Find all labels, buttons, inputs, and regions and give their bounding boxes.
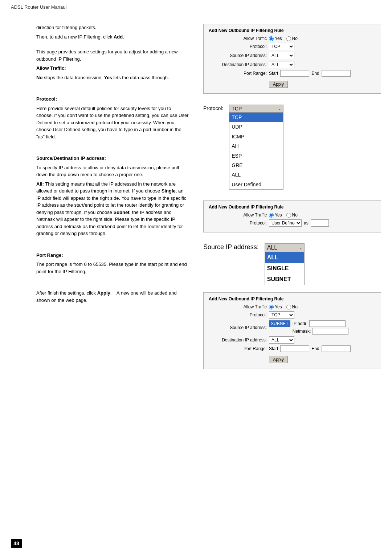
form2-protocol-select[interactable]: User Defined TCP UDP (269, 219, 302, 227)
allow-traffic-body: No stops the data transmission, Yes lets… (36, 74, 189, 81)
form1-dest-ip-label: Destination IP address: (209, 62, 267, 67)
form3-protocol-select[interactable]: TCP UDP ICMP (269, 311, 294, 319)
form1-end-input[interactable] (322, 70, 351, 77)
port-range-body: The port range is from 0 to 65535. Pleas… (36, 261, 189, 275)
form1-dest-ip-select[interactable]: ALL SINGLE SUBNET (269, 61, 294, 68)
protocol-dropdown-label: Protocol: (203, 105, 223, 111)
form1-panel: Add New Outbound IP Filtering Rule Allow… (203, 24, 381, 94)
form2-panel: Add New Outbound IP Filtering Rule Allow… (203, 200, 381, 232)
source-dest-body1: To specify IP address to allow or deny d… (36, 164, 189, 178)
protocol-options-list: TCP UDP ICMP AH ESP GRE ALL User Defined (229, 113, 283, 189)
page-number: 48 (11, 539, 22, 548)
form1-apply-row: Apply (209, 78, 376, 88)
form1-title: Add New Outbound IP Filtering Rule (209, 28, 376, 33)
protocol-option-icmp[interactable]: ICMP (229, 132, 283, 141)
protocol-option-gre[interactable]: GRE (229, 161, 283, 170)
form2-radio-group: Yes No (269, 212, 298, 218)
source-ip-dropdown-header[interactable]: ALL ⌄ (265, 244, 304, 252)
form3-start-label: Start (269, 346, 278, 351)
form1-no-radio[interactable]: No (286, 36, 298, 41)
protocol-block: Protocol: Here provide several default p… (36, 96, 189, 140)
protocol-body: Here provide several default policies fo… (36, 105, 189, 141)
form1-source-ip-select[interactable]: ALL SINGLE SUBNET (269, 52, 294, 59)
form3-allow-traffic-label: Allow Traffic (209, 304, 267, 309)
protocol-option-tcp[interactable]: TCP (229, 113, 283, 122)
form3-apply-button[interactable]: Apply (269, 356, 288, 363)
form3-port-inputs: Start End (269, 345, 351, 352)
form3-yes-radio[interactable]: Yes (269, 304, 282, 309)
form3-ip-addr-input[interactable] (309, 320, 346, 327)
intro-line2: Then, to add a new IP Filtering, click A… (36, 33, 189, 41)
form3-protocol-label: Protocol: (209, 312, 267, 317)
form1-port-inputs: Start End (269, 70, 351, 77)
intro-block: direction for filtering packets. Then, t… (36, 24, 189, 40)
protocol-section: Protocol: TCP ⌄ TCP UDP ICMP AH ESP (203, 105, 381, 190)
form2-user-defined-row: User Defined TCP UDP as (269, 219, 329, 227)
form2-protocol-label: Protocol: (209, 220, 267, 226)
form3-no-radio[interactable]: No (286, 304, 298, 309)
form2-title: Add New Outbound IP Filtering Rule (209, 204, 376, 210)
form3-dest-ip-label: Destination IP address: (209, 337, 267, 343)
form2-allow-traffic-row: Allow Traffic Yes No (209, 212, 376, 218)
form1-start-input[interactable] (280, 70, 309, 77)
form2-protocol-row: Protocol: User Defined TCP UDP as (209, 219, 376, 227)
after-settings-block: After finish the settings, click Apply. … (36, 289, 189, 304)
after-settings-text: After finish the settings, click Apply. … (36, 289, 189, 304)
source-ip-option-all[interactable]: ALL (265, 252, 304, 263)
header-title: ADSL Router User Manaul (11, 4, 66, 10)
form1-protocol-select[interactable]: TCP UDP ICMP AH ESP GRE ALL User Defined (269, 43, 294, 50)
source-ip-options-list: ALL SINGLE SUBNET (265, 252, 304, 285)
form3-ip-fields: IP addr: Netmask: (293, 320, 349, 335)
protocol-option-user-defined[interactable]: User Defined (229, 180, 283, 189)
form1-protocol-label: Protocol: (209, 44, 267, 49)
form3-radio-group: Yes No (269, 304, 298, 309)
source-ip-dropdown-container: ALL ⌄ ALL SINGLE SUBNET (265, 243, 305, 285)
protocol-selected-value: TCP (232, 106, 242, 112)
source-dest-block: Source/Destination IP address: To specif… (36, 155, 189, 237)
form1-end-label: End (311, 71, 319, 76)
source-dest-heading: Source/Destination IP address: (36, 155, 189, 162)
form2-allow-traffic-label: Allow Traffic (209, 212, 267, 218)
form1-allow-traffic-label: Allow Traffic (209, 36, 267, 41)
form1-port-range-row: Port Range: Start End (209, 70, 376, 77)
protocol-dropdown-header[interactable]: TCP ⌄ (229, 105, 283, 113)
form1-port-range-label: Port Range: (209, 71, 267, 76)
form3-netmask-input[interactable] (312, 328, 348, 335)
form3-ip-addr-label: IP addr: (293, 321, 308, 326)
form1-apply-button[interactable]: Apply (269, 81, 288, 88)
form2-yes-radio[interactable]: Yes (269, 212, 282, 218)
left-column: direction for filtering packets. Then, t… (36, 24, 189, 376)
source-ip-option-single[interactable]: SINGLE (265, 263, 304, 274)
form3-dest-ip-select[interactable]: ALL SINGLE SUBNET (269, 336, 294, 344)
source-ip-dropdown-box[interactable]: ALL ⌄ ALL SINGLE SUBNET (265, 243, 305, 285)
form3-end-label: End (311, 346, 319, 351)
form1-yes-radio[interactable]: Yes (269, 36, 282, 41)
form1-dest-ip-row: Destination IP address: ALL SINGLE SUBNE… (209, 61, 376, 68)
form3-source-ip-value[interactable]: SUBNET (269, 320, 290, 327)
form3-start-input[interactable] (280, 345, 309, 352)
intro-line1: direction for filtering packets. (36, 24, 189, 31)
form3-title: Add New Outbound IP Filtering Rule (209, 296, 376, 301)
right-column: Add New Outbound IP Filtering Rule Allow… (203, 24, 381, 376)
protocol-dropdown-box[interactable]: TCP ⌄ TCP UDP ICMP AH ESP GRE ALL User D… (229, 105, 283, 190)
source-dest-body2: All: This setting means that all the IP … (36, 181, 189, 237)
form3-apply-row: Apply (209, 354, 376, 363)
form3-allow-traffic-row: Allow Traffic Yes No (209, 304, 376, 309)
form3-end-input[interactable] (322, 345, 351, 352)
form1-radio-group: Yes No (269, 36, 298, 41)
form3-dest-ip-row: Destination IP address: ALL SINGLE SUBNE… (209, 336, 376, 344)
allow-traffic-block: This page provides some settings for you… (36, 48, 189, 81)
protocol-option-all[interactable]: ALL (229, 170, 283, 179)
source-ip-option-subnet[interactable]: SUBNET (265, 274, 304, 285)
form3-netmask-label: Netmask: (293, 329, 311, 334)
form1-allow-traffic-row: Allow Traffic Yes No (209, 36, 376, 41)
form2-no-radio[interactable]: No (286, 212, 298, 218)
protocol-option-ah[interactable]: AH (229, 141, 283, 151)
protocol-option-udp[interactable]: UDP (229, 122, 283, 131)
allow-traffic-heading: Allow Traffic: (36, 65, 189, 72)
form2-as-input[interactable] (311, 219, 329, 227)
form1-source-ip-row: Source IP address: ALL SINGLE SUBNET (209, 52, 376, 59)
form1-source-ip-label: Source IP address: (209, 53, 267, 58)
form1-protocol-row: Protocol: TCP UDP ICMP AH ESP GRE ALL Us… (209, 43, 376, 50)
protocol-option-esp[interactable]: ESP (229, 151, 283, 161)
